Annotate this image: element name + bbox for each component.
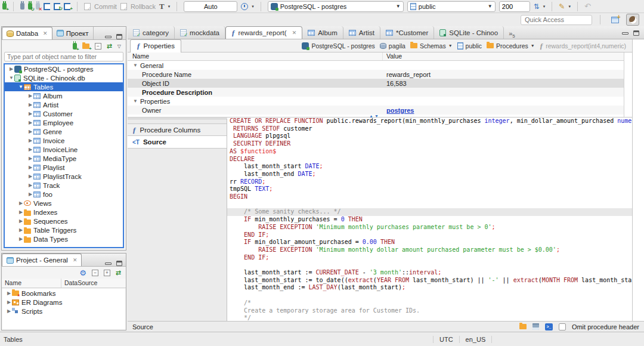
tree-item-playlisttrack[interactable]: ▶PlaylistTrack — [5, 172, 123, 181]
status-timezone[interactable]: UTC — [433, 336, 460, 343]
editor-tab-sqlite-chinoo[interactable]: SQLite - Chinoo — [434, 26, 504, 39]
sql-editor-icon[interactable] — [44, 3, 50, 10]
tree-expander-icon[interactable]: ▶ — [8, 66, 14, 72]
quick-access-input[interactable] — [521, 15, 592, 25]
close-icon[interactable]: ✕ — [73, 257, 78, 263]
gear-icon[interactable]: ⚙ — [79, 268, 86, 277]
dbeaver-perspective-button[interactable] — [626, 14, 639, 26]
tree-item-invoiceline[interactable]: ▶InvoiceLine — [5, 145, 123, 154]
pen-caret[interactable]: ▾ — [568, 4, 571, 9]
tree-item-employee[interactable]: ▶Employee — [5, 118, 123, 127]
tree-expander-icon[interactable]: ▶ — [27, 102, 33, 107]
tree-expander-icon[interactable]: ▶ — [18, 218, 24, 224]
connect-icon[interactable] — [20, 3, 24, 10]
breadcrumb-item-procedures[interactable]: Procedures▼ — [487, 42, 535, 50]
new-connection-icon[interactable] — [73, 43, 77, 50]
tree-item-genre[interactable]: ▶Genre — [5, 127, 123, 136]
tree-expander-icon[interactable]: ▶ — [27, 156, 33, 161]
tab-procedure-columns[interactable]: ƒ Procedure Columns — [128, 123, 227, 136]
open-perspective-button[interactable] — [608, 14, 621, 26]
collapse-all-icon[interactable]: − — [92, 270, 98, 276]
column-value[interactable]: Value — [383, 52, 405, 60]
project-item-scripts[interactable]: ▶Scripts — [2, 307, 125, 316]
editor-tab-category[interactable]: category — [128, 26, 175, 39]
new-sql-editor-icon[interactable] — [64, 3, 70, 10]
property-row-general[interactable]: ▼General — [128, 61, 624, 70]
tree-item-data-types[interactable]: ▶Data Types — [5, 234, 123, 243]
commit-mode-combo[interactable]: Auto — [184, 1, 237, 12]
maximize-icon[interactable] — [116, 261, 122, 266]
tree-expander-icon[interactable]: ▶ — [27, 129, 33, 134]
object-filter-input[interactable] — [4, 52, 123, 61]
chevron-down-icon[interactable]: ▼ — [448, 44, 453, 48]
new-connection-icon[interactable] — [2, 3, 7, 10]
compare-pen-icon[interactable]: ✎ — [559, 2, 565, 11]
tree-item-artist[interactable]: ▶Artist — [5, 100, 123, 109]
expand-all-icon[interactable]: + — [104, 270, 110, 276]
column-datasource[interactable]: DataSource — [61, 279, 100, 288]
new-folder-icon[interactable] — [82, 44, 89, 49]
tree-item-album[interactable]: ▶Album — [5, 91, 123, 100]
tree-expander-icon[interactable]: ▶ — [6, 291, 12, 296]
editor-tab-album[interactable]: Album — [302, 26, 343, 39]
active-connection-combo[interactable]: PostgreSQL - postgres ▼ — [268, 1, 404, 12]
tree-expander-icon[interactable]: ▶ — [18, 236, 24, 242]
tree-expander-icon[interactable]: ▶ — [18, 200, 24, 206]
load-from-file-icon[interactable] — [519, 324, 527, 329]
commit-icon[interactable] — [84, 3, 91, 10]
tree-item-table-triggers[interactable]: ▶Table Triggers — [5, 225, 123, 234]
tree-expander-icon[interactable]: ▶ — [27, 138, 33, 143]
tab-database-navigator[interactable]: Databa ✕ — [2, 27, 52, 39]
breadcrumb-item-public[interactable]: public — [457, 42, 482, 50]
undo-icon[interactable]: ↶ — [584, 2, 591, 11]
tab-project-general[interactable]: Project - General ✕ — [2, 254, 82, 266]
save-to-file-icon[interactable] — [532, 323, 539, 330]
column-name[interactable]: Name — [2, 279, 61, 288]
collapse-all-icon[interactable]: − — [95, 43, 101, 50]
tree-item-foo[interactable]: ▶foo — [5, 190, 123, 199]
tab-source[interactable]: <T Source — [128, 136, 227, 149]
tree-item-sqlite-chinook-db[interactable]: ▼SQLite - Chinook.db — [5, 73, 123, 82]
source-code-editor[interactable]: CREATE OR REPLACE FUNCTION public.reward… — [227, 118, 632, 321]
reconnect-icon[interactable] — [28, 3, 32, 10]
group-expander-icon[interactable]: ▼ — [132, 98, 138, 104]
transaction-log-icon[interactable] — [241, 3, 248, 10]
tree-expander-icon[interactable]: ▼ — [18, 84, 24, 89]
tree-item-playlist[interactable]: ▶Playlist — [5, 163, 123, 172]
property-row-procedure-description[interactable]: Procedure Description — [128, 88, 624, 97]
editor-tab--customer[interactable]: *Customer — [380, 26, 434, 39]
tree-item-sequences[interactable]: ▶Sequences — [5, 217, 123, 225]
tree-expander-icon[interactable]: ▶ — [27, 191, 33, 197]
rollback-icon[interactable] — [120, 3, 127, 10]
view-menu-icon[interactable]: ▽ — [117, 44, 121, 49]
tree-expander-icon[interactable]: ▶ — [27, 147, 33, 152]
fetch-size-input[interactable] — [499, 1, 530, 12]
property-row-owner[interactable]: Ownerpostgres — [128, 106, 624, 115]
tree-expander-icon[interactable]: ▶ — [27, 93, 33, 98]
disconnect-icon[interactable] — [36, 3, 40, 10]
property-row-procedure-name[interactable]: Procedure Namerewards_report — [128, 70, 624, 79]
tree-item-tables[interactable]: ▼Tables — [5, 82, 123, 91]
refresh-icon[interactable]: ⇅ — [534, 2, 540, 11]
project-item-bookmarks[interactable]: ▶Bookmarks — [2, 289, 125, 298]
breadcrumb-item-pagila[interactable]: pagila — [380, 42, 405, 50]
property-row-object-id[interactable]: Object ID16,583 — [128, 79, 624, 88]
property-value-link[interactable]: postgres — [386, 107, 414, 114]
column-name[interactable]: Name — [128, 52, 383, 60]
editor-tab-rewards-report-[interactable]: ƒrewards_report(✕ — [225, 26, 302, 39]
tab-overflow-indicator[interactable]: »5 — [504, 30, 520, 39]
chevron-down-icon[interactable]: ▼ — [531, 44, 535, 48]
tree-expander-icon[interactable]: ▶ — [18, 209, 24, 215]
tree-item-invoice[interactable]: ▶Invoice — [5, 136, 123, 145]
tree-expander-icon[interactable]: ▶ — [27, 174, 33, 179]
minimize-icon[interactable] — [105, 262, 112, 265]
link-editor-icon[interactable]: ⇄ — [116, 269, 121, 277]
tree-expander-icon[interactable]: ▶ — [6, 308, 12, 314]
tree-expander-icon[interactable]: ▶ — [18, 227, 24, 233]
tree-item-indexes[interactable]: ▶Indexes — [5, 208, 123, 217]
rollback-button[interactable]: Rollback — [131, 3, 156, 10]
tab-properties[interactable]: ƒ Properties — [130, 39, 181, 52]
properties-scrollbar[interactable] — [624, 52, 632, 117]
tree-item-views[interactable]: ▶Views — [5, 199, 123, 208]
group-expander-icon[interactable]: ▼ — [132, 63, 138, 68]
